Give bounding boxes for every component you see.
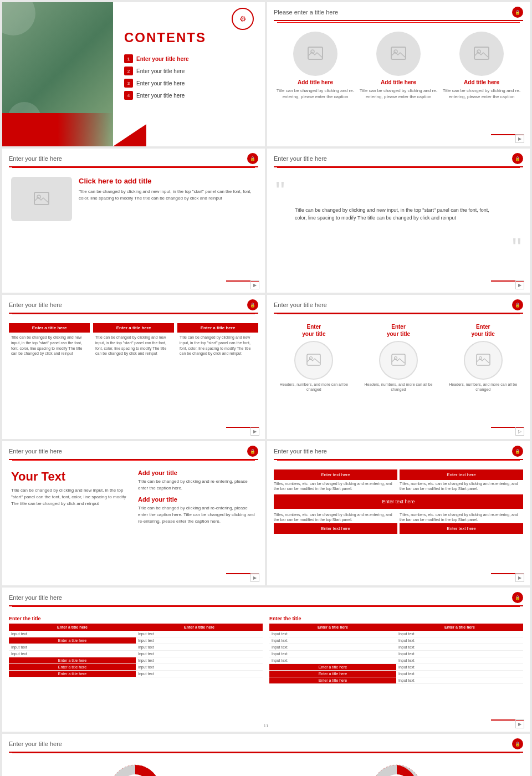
your-text-big: Your Text: [11, 469, 129, 484]
slide4-nav[interactable]: ▶: [515, 280, 524, 289]
slide10-content: inputwriting Enter text Add title here T…: [2, 758, 530, 776]
slide9-title: Enter your title here: [9, 594, 62, 601]
slide-red-cards: Enter your title here 🔒 Enter a title he…: [2, 295, 265, 439]
circle-img-2: [379, 341, 418, 380]
three-col: Add title here Title can be changed by c…: [276, 32, 521, 100]
img-placeholder-3: [459, 32, 504, 76]
slide6-nav[interactable]: ▷: [515, 427, 524, 436]
svg-rect-2: [391, 47, 406, 59]
your-text-right: Add your title Title can be changed by c…: [138, 469, 256, 525]
cell: Input text: [9, 631, 136, 637]
circle-title-2: Enteryour title: [359, 323, 439, 338]
svg-rect-6: [34, 192, 49, 205]
slide6-badge: 🔒: [512, 299, 523, 310]
table-row: Input textInput text: [9, 651, 263, 657]
btn-center[interactable]: Enter text here: [274, 494, 523, 509]
slide5-nav[interactable]: ▶: [250, 427, 259, 436]
slide-quote: Enter your title here 🔒 " Title can be c…: [267, 149, 530, 293]
quote-close: ": [512, 234, 521, 261]
contents-item-2: 2 Enter your title here: [124, 67, 254, 75]
slide6-content: Enteryour title Headers, numbers, and mo…: [267, 319, 530, 399]
btn-4[interactable]: Enter text here: [400, 523, 523, 534]
slide1-content: ⚙ CONTENTS 1 Enter your title here 2 Ent…: [113, 2, 265, 146]
slide7-nav[interactable]: ▶: [250, 573, 259, 582]
slide3-image: [11, 177, 72, 221]
table-row: Input textInput text: [269, 657, 523, 664]
cell-label: Enter a title here: [269, 677, 396, 684]
red-card-3: Enter a title here Title can be changed …: [177, 323, 258, 359]
img-card-2: Add title here Title can be changed by c…: [359, 32, 438, 100]
slide9-badge: 🔒: [512, 592, 523, 603]
cell: Input text: [396, 677, 523, 684]
img-card-1: Add title here Title can be changed by c…: [276, 32, 355, 100]
cell: Input text: [136, 671, 263, 677]
slide4-badge: 🔒: [512, 153, 523, 164]
cell-label: Enter a title here: [9, 657, 136, 664]
btn-2[interactable]: Enter text here: [400, 469, 523, 480]
slide3-nav[interactable]: ▶: [250, 280, 259, 289]
contents-item-1: 1 Enter your title here: [124, 54, 254, 63]
table2: Enter a title here Enter a title here In…: [269, 624, 523, 684]
slide1-image: [2, 2, 113, 146]
circle-item-2: Enteryour title Headers, numbers, and mo…: [359, 323, 439, 392]
slide10-title: Enter your title here: [9, 741, 62, 747]
slide9-nav[interactable]: ▶: [515, 719, 524, 728]
table-row: Input textInput text: [9, 631, 263, 637]
slide5-content: Enter a title here Title can be changed …: [2, 319, 265, 365]
cell: Input text: [269, 644, 396, 651]
table2-title: Enter the title: [269, 616, 523, 621]
cell: Input text: [136, 631, 263, 637]
btn-1[interactable]: Enter text here: [274, 469, 397, 480]
card3-title: Add title here: [442, 79, 521, 85]
table-row: Input textInput text: [269, 637, 523, 644]
btn-3[interactable]: Enter text here: [274, 523, 397, 534]
cell-label: Enter a title here: [9, 637, 136, 644]
cell-label: Enter a title here: [269, 671, 396, 677]
logo: ⚙: [232, 8, 254, 30]
cell: Input text: [269, 637, 396, 644]
cell: Input text: [269, 651, 396, 657]
btn-text-4: Titles, numbers, etc. can be changed by …: [400, 511, 523, 523]
btn-section-1: Enter text here Titles, numbers, etc. ca…: [274, 469, 397, 492]
cell: Input text: [9, 651, 136, 657]
slide3-text: Click here to add title Title can be cha…: [79, 177, 256, 202]
slide8-nav[interactable]: ▶: [515, 573, 524, 582]
cell: Input text: [396, 644, 523, 651]
cell: Input text: [136, 637, 263, 644]
slide7-header: Enter your title here 🔒: [2, 441, 265, 459]
table1-h2: Enter a title here: [136, 624, 263, 631]
slide3-content: Click here to add title Title can be cha…: [2, 172, 265, 231]
btn-section-2: Enter text here Titles, numbers, etc. ca…: [400, 469, 523, 492]
slide5-title: Enter your title here: [9, 302, 62, 308]
img-placeholder-2: [376, 32, 421, 76]
slide7-badge: 🔒: [247, 446, 258, 457]
slide-pie: Enter your title here 🔒: [2, 734, 530, 776]
circle-title-3: Enteryour title: [443, 323, 523, 338]
slide6-title: Enter your title here: [274, 302, 327, 308]
cell: Input text: [396, 651, 523, 657]
slide7-title: Enter your title here: [9, 448, 62, 455]
circle-item-3: Enteryour title Headers, numbers, and mo…: [443, 323, 523, 392]
slide2-badge: 🔒: [512, 7, 523, 18]
cell-label: Enter a title here: [269, 664, 396, 671]
btn-section-4: Titles, numbers, etc. can be changed by …: [400, 511, 523, 534]
table-row: Enter a title hereInput text: [9, 671, 263, 677]
slide8-content: Enter text here Titles, numbers, etc. ca…: [267, 465, 530, 540]
slide10-header: Enter your title here 🔒: [2, 734, 530, 752]
table1-title: Enter the title: [9, 616, 263, 621]
table-row: Enter a title hereInput text: [269, 664, 523, 671]
slide-circles: Enter your title here 🔒 Enteryour title …: [267, 295, 530, 439]
red-card-3-body: Title can be changed by clicking and new…: [177, 333, 258, 359]
slide2-nav[interactable]: ▶: [515, 134, 524, 143]
item-text-3: Enter your title here: [136, 80, 185, 86]
cell: Input text: [396, 664, 523, 671]
your-text-left: Your Text Title can be changed by clicki…: [11, 469, 129, 525]
red-card-1-body: Title can be changed by clicking and new…: [9, 333, 90, 359]
contents-list: 1 Enter your title here 2 Enter your tit…: [124, 54, 254, 100]
slide4-content: " Title can be changed by clicking and n…: [267, 172, 530, 256]
circle-title-1: Enteryour title: [274, 323, 354, 338]
red-card-1: Enter a title here Title can be changed …: [9, 323, 90, 359]
btn-text-2: Titles, numbers, etc. can be changed by …: [400, 480, 523, 492]
circle-img-1: [294, 341, 333, 380]
circle-sub-2: Headers, numbers, and more can all be ch…: [359, 382, 439, 392]
